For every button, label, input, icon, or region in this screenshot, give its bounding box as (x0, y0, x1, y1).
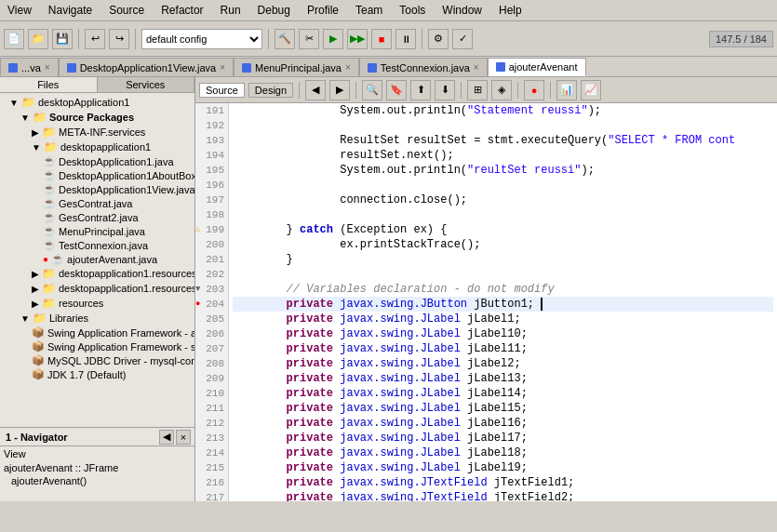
menu-item-profile[interactable]: Profile (303, 2, 342, 19)
tab-ajouter[interactable]: ajouterAvenant (488, 58, 586, 76)
editor-diff-btn[interactable]: ◈ (491, 80, 512, 100)
stop-button[interactable]: ■ (371, 29, 392, 49)
undo-button[interactable]: ↩ (85, 29, 105, 49)
code-202 (233, 267, 773, 282)
editor-search-btn[interactable]: 🔍 (362, 80, 382, 100)
profile-button[interactable]: ⚙ (428, 29, 449, 49)
new-button[interactable]: 📄 (4, 29, 24, 49)
menu-item-window[interactable]: Window (438, 2, 486, 19)
tree-lib-2[interactable]: 📦 Swing Application Framework - swing-..… (2, 339, 193, 353)
tree-source-packages[interactable]: ▼ 📁 Source Packages (2, 110, 193, 125)
save-button[interactable]: 💾 (52, 29, 73, 49)
tree-file-3[interactable]: ☕ DesktopApplication1View.java (2, 182, 193, 196)
files-tab[interactable]: Files (0, 77, 98, 92)
menu-item-source[interactable]: Source (105, 2, 148, 19)
tree-file-6[interactable]: ☕ MenuPrincipal.java (2, 224, 193, 238)
config-select[interactable]: default config (141, 29, 262, 49)
code-211: private javax.swing.JLabel jLabel15; (233, 401, 773, 416)
code-201: } (233, 252, 773, 267)
separator-4 (422, 29, 422, 49)
tab-va[interactable]: ...va × (0, 58, 59, 76)
expand-arrow-src: ▼ (20, 113, 30, 123)
resources2-label: desktopapplication1.resources.busy... (59, 283, 194, 294)
editor-stop-btn[interactable]: ● (524, 80, 544, 100)
lib-icon-4: 📦 (32, 368, 45, 380)
tree-resources3[interactable]: ▶ 📁 resources (2, 296, 193, 311)
linenum-191: 191 (195, 103, 228, 118)
open-button[interactable]: 📁 (28, 29, 48, 49)
menu-item-run[interactable]: Run (217, 2, 245, 19)
editor-toggle-btn[interactable]: ⊞ (467, 80, 488, 100)
linenum-196: 196 (195, 178, 228, 193)
expand-arrow-app1: ▼ (32, 142, 41, 153)
debug-button[interactable]: ▶▶ (347, 29, 368, 49)
desktopapp1-label: desktopapplication1 (60, 141, 151, 153)
tree-resources2[interactable]: ▶ 📁 desktopapplication1.resources.busy..… (2, 281, 193, 296)
menu-item-help[interactable]: Help (495, 2, 526, 19)
menu-item-view[interactable]: View (4, 2, 35, 19)
navigator-constructor[interactable]: ajouterAvenant() (0, 474, 194, 487)
tab-menu[interactable]: MenuPrincipal.java × (234, 58, 359, 76)
code-197: connection.close(); (233, 193, 773, 207)
run-button[interactable]: ▶ (323, 29, 343, 49)
editor-sep-4 (517, 82, 518, 99)
design-tab-btn[interactable]: Design (248, 83, 293, 98)
test-button[interactable]: ✓ (452, 29, 473, 49)
editor-fwd-btn[interactable]: ▶ (329, 80, 350, 100)
main-layout: ViewNavigateSourceRefactorRunDebugProfil… (0, 0, 777, 532)
tree-lib-1[interactable]: 📦 Swing Application Framework - appfr... (2, 326, 193, 339)
menu-item-tools[interactable]: Tools (395, 2, 429, 19)
menu-item-debug[interactable]: Debug (254, 2, 294, 19)
tree-file-5[interactable]: ☕ GesContrat2.java (2, 210, 193, 224)
tree-resources1[interactable]: ▶ 📁 desktopapplication1.resources (2, 266, 193, 281)
linenum-211: 211 (195, 401, 228, 416)
tree-meta-inf[interactable]: ▶ 📁 META-INF.services (2, 125, 193, 140)
tree-desktopapp1[interactable]: ▼ 📁 desktopapplication1 (2, 140, 193, 154)
tab-close-test[interactable]: × (474, 62, 479, 73)
code-content[interactable]: System.out.println("Statement reussi"); … (229, 103, 777, 501)
build-button[interactable]: 🔨 (275, 29, 295, 49)
toolbar: 📄 📁 💾 ↩ ↪ default config 🔨 ✂ ▶ ▶▶ ■ ⏸ ⚙ … (0, 21, 777, 57)
tree-file-8[interactable]: ● ☕ ajouterAvenant.java (2, 252, 193, 266)
editor-bookmarks-btn[interactable]: 🔖 (386, 80, 407, 100)
editor-chart-btn[interactable]: 📈 (581, 80, 601, 100)
tab-view[interactable]: DesktopApplication1View.java × (59, 58, 234, 76)
tree-file-1[interactable]: ☕ DesktopApplication1.java (2, 154, 193, 168)
editor-metrics-btn[interactable]: 📊 (556, 80, 577, 100)
tab-close-menu[interactable]: × (345, 62, 351, 73)
code-205: private javax.swing.JLabel jLabel1; (233, 312, 773, 326)
tree-root[interactable]: ▼ 📁 desktopApplication1 (2, 95, 193, 110)
tree-lib-3[interactable]: 📦 MySQL JDBC Driver - mysql-connect... (2, 353, 193, 367)
tree-file-4[interactable]: ☕ GesContrat.java (2, 196, 193, 210)
pause-button[interactable]: ⏸ (395, 29, 416, 49)
java-icon-8: ☕ (51, 253, 64, 265)
redo-button[interactable]: ↪ (109, 29, 129, 49)
menu-item-team[interactable]: Team (352, 2, 386, 19)
editor-next-btn[interactable]: ⬇ (435, 80, 455, 100)
clean-button[interactable]: ✂ (299, 29, 319, 49)
tree-lib-4[interactable]: 📦 JDK 1.7 (Default) (2, 367, 193, 381)
linenum-213: 213 (195, 431, 228, 446)
tree-file-7[interactable]: ☕ TestConnexion.java (2, 238, 193, 252)
tab-test[interactable]: TestConnexion.java × (359, 58, 488, 76)
code-195: System.out.println("reultSet reussi"); (233, 163, 773, 178)
tree-file-2[interactable]: ☕ DesktopApplication1AboutBox.ja... (2, 168, 193, 182)
services-tab[interactable]: Services (98, 77, 195, 92)
tab-close-va[interactable]: × (45, 62, 50, 73)
navigator-left-btn[interactable]: ◀ (159, 430, 174, 445)
tab-close-view[interactable]: × (220, 62, 225, 73)
menu-item-navigate[interactable]: Navigate (45, 2, 96, 19)
lib-icon-2: 📦 (32, 340, 45, 352)
expand-arrow-res3: ▶ (32, 299, 39, 309)
navigator-close-btn[interactable]: × (176, 430, 191, 445)
menu-item-refactor[interactable]: Refactor (157, 2, 207, 19)
editor-prev-btn[interactable]: ⬆ (410, 80, 431, 100)
tree-libraries[interactable]: ▼ 📁 Libraries (2, 311, 193, 326)
source-tab-btn[interactable]: Source (199, 83, 245, 98)
file-4-label: GesContrat.java (59, 198, 132, 209)
tab-icon-va (8, 63, 18, 73)
navigator-frame[interactable]: ajouterAvenant :: JFrame (0, 461, 194, 474)
navigator-panel: 1 - Navigator ◀ × View ajouterAvenant ::… (0, 427, 194, 501)
editor-back-btn[interactable]: ◀ (305, 80, 326, 100)
code-container[interactable]: 191 192 193 194 195 196 197 198 ⚠199 200… (195, 103, 777, 501)
